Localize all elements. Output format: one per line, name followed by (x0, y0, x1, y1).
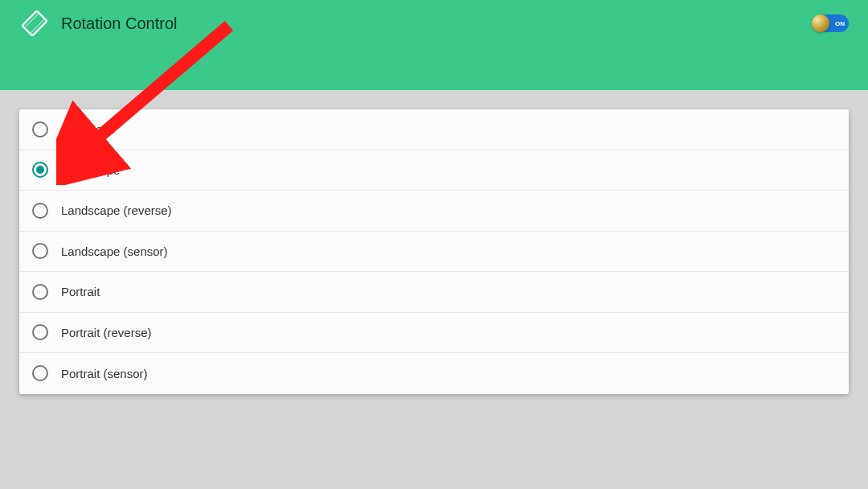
option-label: Portrait (sensor) (61, 367, 148, 380)
option-portrait-reverse[interactable]: Portrait (reverse) (19, 313, 849, 354)
options-card: Automatic Landscape Landscape (reverse) … (19, 109, 849, 394)
option-portrait-sensor[interactable]: Portrait (sensor) (19, 353, 849, 394)
option-automatic[interactable]: Automatic (19, 109, 849, 150)
option-label: Portrait (reverse) (61, 326, 152, 339)
option-label: Automatic (61, 122, 115, 136)
app-header: Rotation Control ON (0, 0, 868, 90)
toggle-label: ON (835, 20, 845, 27)
rotation-icon (19, 8, 50, 39)
option-portrait[interactable]: Portrait (19, 272, 849, 313)
header-left: Rotation Control (19, 0, 178, 39)
radio-icon (32, 121, 48, 138)
option-label: Landscape (reverse) (61, 203, 172, 217)
radio-icon (32, 203, 48, 219)
power-toggle[interactable]: ON (815, 14, 849, 32)
toggle-container: ON (815, 0, 849, 32)
radio-icon (32, 284, 48, 300)
option-label: Landscape (sensor) (61, 244, 168, 258)
option-label: Landscape (61, 163, 120, 177)
option-landscape[interactable]: Landscape (19, 150, 849, 191)
svg-rect-0 (22, 10, 47, 35)
option-landscape-reverse[interactable]: Landscape (reverse) (19, 191, 849, 232)
option-label: Portrait (61, 285, 100, 298)
option-landscape-sensor[interactable]: Landscape (sensor) (19, 232, 849, 273)
radio-icon (32, 324, 48, 340)
radio-icon (32, 365, 48, 381)
toggle-knob (812, 14, 829, 32)
radio-icon (32, 243, 48, 259)
app-title: Rotation Control (61, 14, 178, 33)
radio-icon (32, 162, 48, 178)
